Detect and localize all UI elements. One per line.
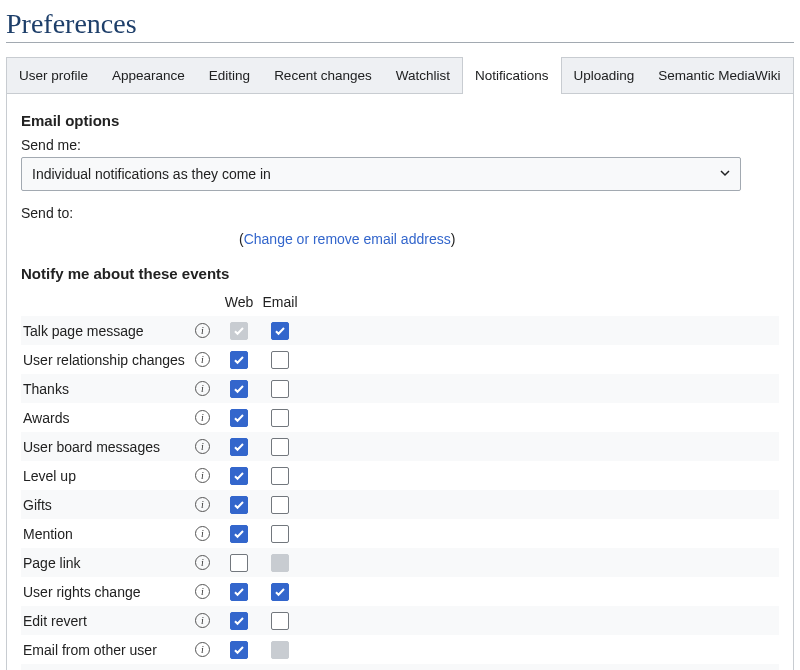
checkbox-email[interactable]	[271, 380, 289, 398]
event-row: User rights changei	[21, 577, 779, 606]
checkbox-web[interactable]	[230, 496, 248, 514]
event-row: Talk page messagei	[21, 316, 779, 345]
send-me-select[interactable]: Individual notifications as they come in	[21, 157, 741, 191]
events-header-row: Web Email	[21, 290, 779, 316]
checkbox-web[interactable]	[230, 612, 248, 630]
event-row: Page linki	[21, 548, 779, 577]
checkbox-web[interactable]	[230, 641, 248, 659]
event-row: Awardsi	[21, 403, 779, 432]
events-heading: Notify me about these events	[21, 265, 779, 282]
info-icon[interactable]: i	[195, 526, 210, 541]
info-icon[interactable]: i	[195, 381, 210, 396]
checkbox-web[interactable]	[230, 583, 248, 601]
event-label: User rights change	[21, 584, 195, 600]
paren-close: )	[451, 231, 456, 247]
event-row: Level upi	[21, 461, 779, 490]
notifications-panel: Email options Send me: Individual notifi…	[6, 94, 794, 670]
email-options-heading: Email options	[21, 112, 779, 129]
info-icon[interactable]: i	[195, 410, 210, 425]
column-web: Web	[221, 294, 257, 310]
event-row: Mentioni	[21, 519, 779, 548]
info-icon[interactable]: i	[195, 497, 210, 512]
tab-semantic-mediawiki[interactable]: Semantic MediaWiki	[646, 58, 792, 93]
checkbox-email	[271, 641, 289, 659]
checkbox-email[interactable]	[271, 322, 289, 340]
events-table: Web Email Talk page messageiUser relatio…	[21, 290, 779, 670]
checkbox-email[interactable]	[271, 496, 289, 514]
checkbox-email[interactable]	[271, 351, 289, 369]
tab-notifications[interactable]: Notifications	[462, 57, 562, 94]
checkbox-web	[230, 322, 248, 340]
event-label: Talk page message	[21, 323, 195, 339]
checkbox-email[interactable]	[271, 612, 289, 630]
tab-appearance[interactable]: Appearance	[100, 58, 197, 93]
checkbox-email[interactable]	[271, 525, 289, 543]
checkbox-web[interactable]	[230, 351, 248, 369]
info-icon[interactable]: i	[195, 323, 210, 338]
event-label: User board messages	[21, 439, 195, 455]
event-row: Thanksi	[21, 374, 779, 403]
event-label: User relationship changes	[21, 352, 195, 368]
checkbox-email[interactable]	[271, 438, 289, 456]
info-icon[interactable]: i	[195, 642, 210, 657]
tab-recent-changes[interactable]: Recent changes	[262, 58, 384, 93]
checkbox-web[interactable]	[230, 554, 248, 572]
checkbox-web[interactable]	[230, 380, 248, 398]
change-email-link[interactable]: Change or remove email address	[244, 231, 451, 247]
checkbox-web[interactable]	[230, 525, 248, 543]
info-icon[interactable]: i	[195, 468, 210, 483]
checkbox-web[interactable]	[230, 438, 248, 456]
event-label: Mention	[21, 526, 195, 542]
info-icon[interactable]: i	[195, 584, 210, 599]
event-label: Email from other user	[21, 642, 195, 658]
event-label: Gifts	[21, 497, 195, 513]
event-row: Giftsi	[21, 490, 779, 519]
event-label: Thanks	[21, 381, 195, 397]
event-label: Edit revert	[21, 613, 195, 629]
checkbox-email[interactable]	[271, 409, 289, 427]
tab-uploading[interactable]: Uploading	[562, 58, 647, 93]
event-row: User relationship changesi	[21, 345, 779, 374]
send-to-label: Send to:	[21, 205, 73, 221]
event-row: User board messagesi	[21, 432, 779, 461]
tab-user-profile[interactable]: User profile	[7, 58, 100, 93]
info-icon[interactable]: i	[195, 613, 210, 628]
event-label: Page link	[21, 555, 195, 571]
event-row: Edit milestonei	[21, 664, 779, 670]
checkbox-email	[271, 554, 289, 572]
checkbox-email[interactable]	[271, 467, 289, 485]
info-icon[interactable]: i	[195, 439, 210, 454]
tab-editing[interactable]: Editing	[197, 58, 262, 93]
column-email: Email	[257, 294, 303, 310]
checkbox-email[interactable]	[271, 583, 289, 601]
event-label: Awards	[21, 410, 195, 426]
checkbox-web[interactable]	[230, 409, 248, 427]
event-label: Level up	[21, 468, 195, 484]
tabs-bar: User profileAppearanceEditingRecent chan…	[6, 57, 794, 94]
event-row: Edit reverti	[21, 606, 779, 635]
event-row: Email from other useri	[21, 635, 779, 664]
page-title: Preferences	[6, 8, 794, 43]
checkbox-web[interactable]	[230, 467, 248, 485]
info-icon[interactable]: i	[195, 555, 210, 570]
tab-watchlist[interactable]: Watchlist	[384, 58, 462, 93]
send-me-label: Send me:	[21, 137, 779, 153]
send-me-select-value[interactable]: Individual notifications as they come in	[21, 157, 741, 191]
info-icon[interactable]: i	[195, 352, 210, 367]
